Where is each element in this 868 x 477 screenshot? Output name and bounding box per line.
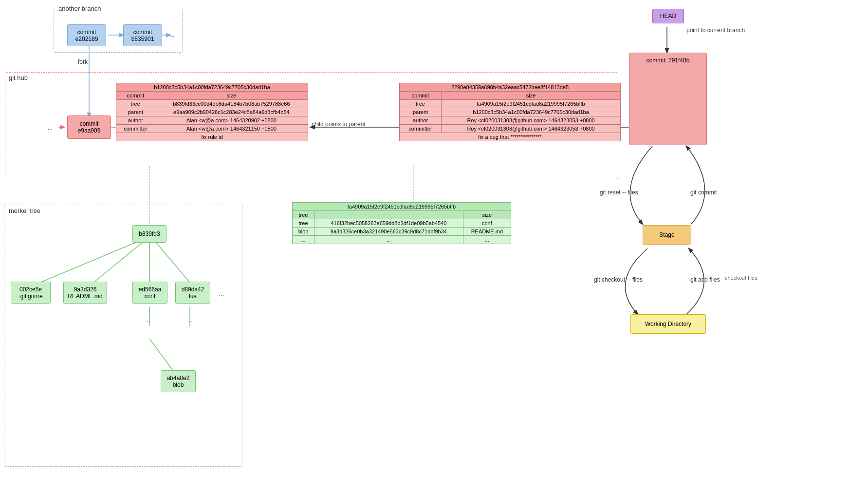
ellipsis-merkel: ... [219, 290, 224, 297]
git-add-label: git add files [690, 276, 720, 283]
dots-n4: ... [189, 317, 194, 324]
fork-label: fork [78, 58, 88, 65]
tree-table: fa4909a15f2e9f2451cdfad8a219995f7265bffb… [292, 202, 511, 244]
github-label: git hub [9, 74, 28, 81]
stage-box: Stage [643, 225, 691, 245]
merkel-tree-label: merkel tree [9, 207, 40, 214]
git-commit-label: git commit [690, 189, 717, 196]
dots-n3: ... [145, 317, 150, 324]
node-9a3d326: 9a3d326 README.md [63, 282, 107, 304]
working-directory-box: Working Directory [630, 314, 706, 334]
commit-table1: b1200c3c5b34a1c00fda723649c7705c30dad1ba… [116, 83, 308, 141]
git-checkout-label: git checkout -- files [594, 276, 643, 283]
node-002ce5e: 002ce5e .gitignore [11, 282, 51, 304]
commit-791f40b: commit: 791f40b [629, 53, 707, 145]
node-d89da42: d89da42 lua [175, 282, 210, 304]
commit-table2: 2290e84359a698b4a32eaac5472bee8f14813de5… [399, 83, 621, 141]
ellipsis-left: ... [48, 124, 53, 131]
commit-e9aa909: commit e9aa909 [67, 115, 111, 139]
node-ab4a0e2: ab4a0e2 blob [161, 370, 196, 392]
git-reset-label: git reset -- files [600, 189, 638, 196]
diagram-container: another branch commit e202189 commit b63… [0, 0, 868, 477]
another-branch-label: another branch [58, 5, 101, 12]
node-b839fd3: b839fd3 [132, 225, 166, 243]
commit-e202189: commit e202189 [67, 24, 106, 46]
head-box: HEAD [652, 9, 684, 23]
checkout-files-label: checkout files [725, 275, 757, 281]
ellipsis-branch: ... [169, 32, 174, 38]
commit-b635901: commit b635901 [123, 24, 162, 46]
node-ed566aa: ed566aa conf [132, 282, 167, 304]
point-current-branch-label: point to current branch [686, 27, 745, 34]
merkel-tree-box [4, 204, 242, 467]
child-points-label: child points to parent [312, 121, 366, 128]
